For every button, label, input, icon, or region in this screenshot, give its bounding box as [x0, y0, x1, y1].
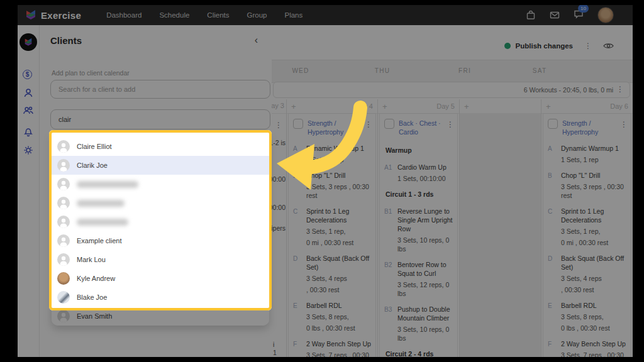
- exercise-item[interactable]: B Chop "L" Drill3 Sets, 3 reps , 00:30 r…: [548, 171, 629, 200]
- preview-eye-icon[interactable]: [603, 42, 614, 50]
- day-columns: Day 3 ⋮ s 1-2 is :00:00 :00:00 Wipers i …: [272, 99, 633, 357]
- exercise-item[interactable]: B3 Pushup to Double Mountain Climber3 Se…: [384, 305, 455, 343]
- fri-header: +: [460, 99, 541, 114]
- brand-logo[interactable]: Exercise: [25, 9, 81, 21]
- user-avatar[interactable]: [597, 7, 614, 23]
- header-kebab-icon[interactable]: ⋮: [584, 43, 592, 49]
- client-row[interactable]: Blake Joe: [52, 288, 269, 307]
- day5-card-kebab-icon[interactable]: ⋮: [447, 121, 454, 128]
- fri-add-icon[interactable]: +: [464, 102, 469, 111]
- exercise-item[interactable]: B Chop "L" Drill3 Sets, 3 reps , 00:30 r…: [293, 171, 374, 200]
- section-label: Circuit 2 - 4 rds: [386, 349, 455, 357]
- publish-status-dot: [504, 43, 511, 49]
- exercise-item[interactable]: D Back Squat (Back Off Set)3 Sets, 4 rep…: [548, 254, 629, 294]
- weekday-wed: WED: [292, 67, 309, 74]
- clients-panel: Clients ‹ Add plan to client calendar Cl…: [39, 25, 272, 357]
- exercise-item[interactable]: A Dynamic Warmup 11 Sets, 1 rep: [548, 144, 629, 164]
- client-row-redacted[interactable]: [52, 212, 269, 231]
- day6-workout-checkbox[interactable]: [548, 119, 558, 129]
- client-row[interactable]: Evan Smith: [52, 307, 269, 326]
- client-row-redacted[interactable]: [52, 194, 269, 212]
- day4-exercise-list: A Dynamic Warmup 11 Sets, 1 rep B Chop "…: [289, 140, 375, 357]
- day3-fragment: yds: [273, 356, 283, 357]
- client-icon[interactable]: [23, 87, 34, 99]
- nav-item-dashboard[interactable]: Dashboard: [106, 11, 142, 19]
- client-search-input[interactable]: [50, 80, 270, 99]
- week-summary-row: 6 Workouts - 20:45, 0 lbs, 0 mi ⋮: [273, 82, 630, 98]
- nav-links: Dashboard Schedule Clients Group Plans: [106, 11, 303, 19]
- day6-card-kebab-icon[interactable]: ⋮: [620, 121, 628, 128]
- exercise-item[interactable]: B2 Bentover Row to Squat to Curl3 Sets, …: [384, 260, 455, 298]
- client-filter-input[interactable]: [50, 109, 270, 129]
- day5-workout-checkbox[interactable]: [384, 119, 394, 129]
- exercise-item[interactable]: E Barbell RDL3 Sets, 8 reps,0 lbs , 00:3…: [548, 301, 629, 332]
- panel-title: Clients: [50, 35, 82, 46]
- exercise-item[interactable]: B1 Reverse Lunge to Single Arm Upright R…: [384, 207, 455, 253]
- chat-badge: 10: [578, 5, 589, 13]
- client-dropdown: Claire Elliot Clarik Joe Example client: [52, 133, 269, 326]
- day4-workout-card: Strength / Hypertrophy ⋮ A Dynamic Warmu…: [288, 113, 376, 357]
- exercise-item[interactable]: C Sprint to 1 Leg Decelerations3 Sets, 1…: [293, 207, 374, 247]
- day5-add-icon[interactable]: +: [382, 102, 387, 111]
- day3-fragment: 1: [273, 349, 277, 356]
- client-row-selected[interactable]: Clarik Joe: [52, 156, 269, 175]
- day5-label: Day 5: [436, 102, 455, 110]
- nav-item-clients[interactable]: Clients: [207, 11, 229, 19]
- workspace-logo-icon: [23, 37, 33, 47]
- day6-label: Day 6: [610, 102, 628, 110]
- exercise-item[interactable]: E Barbell RDL3 Sets, 8 reps,0 lbs , 00:3…: [293, 301, 374, 332]
- nav-item-schedule[interactable]: Schedule: [159, 11, 189, 19]
- billing-icon[interactable]: $: [23, 70, 34, 81]
- day3-label: Day 3: [272, 102, 284, 109]
- day6-add-icon[interactable]: +: [546, 102, 551, 111]
- day4-header: + Day 4: [287, 99, 377, 114]
- shop-bag-icon[interactable]: [526, 10, 536, 20]
- client-row[interactable]: Kyle Andrew: [52, 269, 269, 288]
- client-row[interactable]: Example client: [52, 231, 269, 250]
- settings-gear-icon[interactable]: [23, 145, 34, 156]
- exercise-item[interactable]: A1 Cardio Warm Up1 Sets, 00:10:00: [384, 163, 455, 183]
- collapse-chevron-icon[interactable]: ‹: [255, 35, 258, 45]
- day5-workout-title[interactable]: Back · Chest · Cardio: [399, 119, 442, 136]
- default-avatar-icon: [57, 234, 70, 247]
- day4-workout-checkbox[interactable]: [293, 119, 303, 129]
- nav-item-group[interactable]: Group: [247, 11, 267, 19]
- day5-header: + Day 5: [378, 99, 459, 114]
- day6-workout-title[interactable]: Strength / Hypertrophy: [562, 119, 616, 136]
- exercise-item[interactable]: D Back Squat (Back Off Set)3 Sets, 4 rep…: [293, 254, 374, 294]
- workspace-logo[interactable]: [19, 33, 37, 51]
- exercise-item[interactable]: A Dynamic Warmup 11 Sets, 1 rep: [293, 144, 374, 164]
- exercise-item[interactable]: F 2 Way Bench Step Up3 Sets, 7 reps , 00…: [548, 339, 629, 357]
- publish-changes-button[interactable]: Publish changes: [516, 42, 573, 50]
- day6-header: + Day 6: [541, 99, 633, 114]
- exercise-logo-icon: [25, 9, 36, 21]
- publish-row: Publish changes ⋮: [504, 42, 614, 50]
- fri-empty-area: [460, 113, 541, 357]
- groups-icon[interactable]: [23, 105, 34, 116]
- client-row[interactable]: Mark Lou: [52, 250, 269, 269]
- icon-rail: $: [18, 25, 40, 357]
- day4-column: + Day 4 Strength / Hypertrophy ⋮ A Dynam…: [286, 99, 377, 357]
- nav-item-plans[interactable]: Plans: [284, 11, 303, 19]
- week-summary-kebab-icon[interactable]: ⋮: [616, 86, 624, 92]
- day5-column: + Day 5 Back · Chest · Cardio ⋮ Warmup A…: [377, 99, 459, 357]
- app-window: Exercise Dashboard Schedule Clients Grou…: [18, 5, 633, 357]
- section-label: Circuit 1 - 3 rds: [386, 190, 455, 199]
- day4-workout-title[interactable]: Strength / Hypertrophy: [308, 119, 360, 136]
- day5-workout-card: Back · Chest · Cardio ⋮ Warmup A1 Cardio…: [379, 113, 458, 357]
- day6-workout-card: Strength / Hypertrophy ⋮ A Dynamic Warmu…: [543, 113, 631, 357]
- exercise-item[interactable]: F 2 Way Bench Step Up3 Sets, 7 reps , 00…: [293, 339, 374, 357]
- mail-icon[interactable]: [550, 10, 560, 20]
- day4-card-kebab-icon[interactable]: ⋮: [365, 121, 372, 128]
- client-row-redacted[interactable]: [52, 175, 269, 194]
- top-nav: Exercise Dashboard Schedule Clients Grou…: [18, 5, 633, 25]
- default-avatar-icon: [57, 159, 70, 172]
- day5-exercise-list: Warmup A1 Cardio Warm Up1 Sets, 00:10:00…: [380, 140, 457, 357]
- client-row[interactable]: Claire Elliot: [52, 137, 269, 156]
- default-avatar-icon: [57, 197, 70, 209]
- notifications-bell-icon[interactable]: [23, 126, 34, 137]
- day3-card-kebab-icon[interactable]: ⋮: [275, 122, 282, 128]
- exercise-item[interactable]: C Sprint to 1 Leg Decelerations3 Sets, 1…: [548, 207, 629, 247]
- default-avatar-icon: [57, 140, 70, 153]
- day4-add-icon[interactable]: +: [291, 102, 296, 111]
